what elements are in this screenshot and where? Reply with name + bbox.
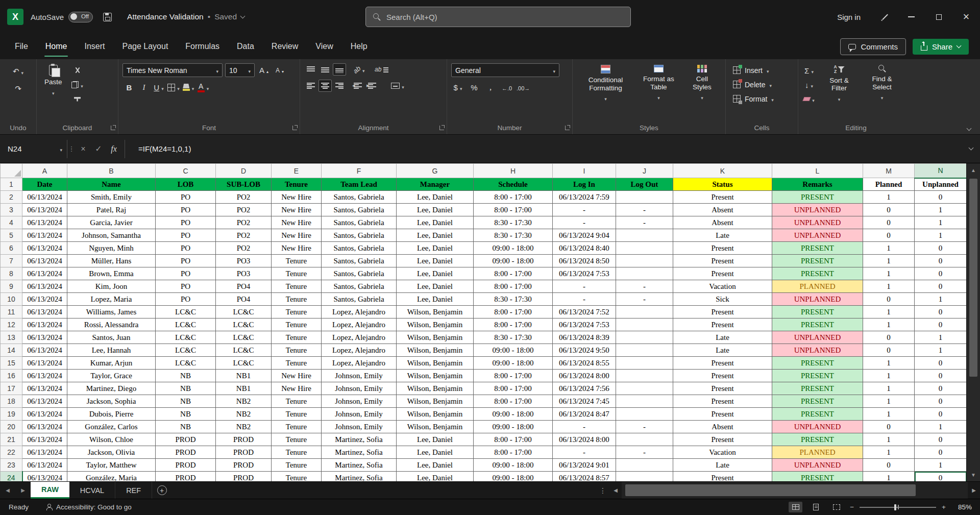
- cell-H6[interactable]: 09:00 - 18:00: [474, 242, 553, 255]
- cell-I4[interactable]: -: [553, 216, 616, 229]
- menu-tab-page-layout[interactable]: Page Layout: [113, 34, 177, 59]
- row-header-8[interactable]: 8: [1, 267, 22, 280]
- cell-L1[interactable]: Remarks: [772, 178, 863, 191]
- cell-E20[interactable]: Tenure: [272, 421, 322, 433]
- cell-N13[interactable]: 1: [915, 331, 967, 344]
- cell-M18[interactable]: 1: [863, 395, 915, 408]
- menu-tab-formulas[interactable]: Formulas: [177, 34, 228, 59]
- undo-button[interactable]: [12, 65, 25, 78]
- underline-button[interactable]: [152, 81, 165, 93]
- cell-F2[interactable]: Santos, Gabriela: [322, 191, 397, 204]
- cell-G13[interactable]: Wilson, Benjamin: [397, 331, 474, 344]
- formula-input[interactable]: =IF(M24=1,0,1): [125, 140, 962, 158]
- cell-H15[interactable]: 09:00 - 18:00: [474, 357, 553, 370]
- cell-B22[interactable]: Jackson, Olivia: [67, 446, 156, 459]
- cell-I5[interactable]: 06/13/2024 9:04: [553, 229, 616, 242]
- cell-B8[interactable]: Brown, Emma: [67, 267, 156, 280]
- enter-button[interactable]: [91, 140, 106, 158]
- cell-N5[interactable]: 1: [915, 229, 967, 242]
- cell-G10[interactable]: Lee, Daniel: [397, 293, 474, 306]
- column-header-D[interactable]: D: [216, 164, 272, 178]
- cell-A18[interactable]: 06/13/2024: [22, 395, 67, 408]
- cell-N19[interactable]: 0: [915, 408, 967, 421]
- cell-D21[interactable]: PROD: [216, 433, 272, 446]
- cell-H20[interactable]: 09:00 - 18:00: [474, 421, 553, 433]
- cell-C15[interactable]: LC&C: [156, 357, 216, 370]
- cell-E3[interactable]: New Hire: [272, 204, 322, 216]
- fill-color-dropdown-icon[interactable]: [192, 83, 194, 92]
- cell-H9[interactable]: 8:00 - 17:00: [474, 280, 553, 293]
- cell-N10[interactable]: 1: [915, 293, 967, 306]
- percent-style-button[interactable]: [468, 81, 481, 93]
- cell-A6[interactable]: 06/13/2024: [22, 242, 67, 255]
- cell-F11[interactable]: Lopez, Alejandro: [322, 306, 397, 318]
- cell-F15[interactable]: Lopez, Alejandro: [322, 357, 397, 370]
- menu-tab-file[interactable]: File: [6, 34, 37, 59]
- row-header-14[interactable]: 14: [1, 344, 22, 357]
- new-sheet-button[interactable]: [152, 482, 172, 499]
- cell-K4[interactable]: Absent: [673, 216, 772, 229]
- cell-D4[interactable]: PO2: [216, 216, 272, 229]
- scroll-left-icon[interactable]: [609, 487, 622, 493]
- cell-L7[interactable]: PRESENT: [772, 255, 863, 267]
- cell-I19[interactable]: 06/13/2024 8:47: [553, 408, 616, 421]
- cell-A22[interactable]: 06/13/2024: [22, 446, 67, 459]
- cell-J10[interactable]: -: [616, 293, 673, 306]
- cell-A11[interactable]: 06/13/2024: [22, 306, 67, 318]
- zoom-in-icon[interactable]: [942, 503, 946, 511]
- name-box[interactable]: N24: [0, 140, 67, 158]
- cell-E16[interactable]: New Hire: [272, 370, 322, 382]
- cell-E4[interactable]: New Hire: [272, 216, 322, 229]
- cell-B20[interactable]: González, Carlos: [67, 421, 156, 433]
- row-header-24[interactable]: 24: [1, 472, 22, 482]
- cell-A15[interactable]: 06/13/2024: [22, 357, 67, 370]
- cell-D19[interactable]: NB2: [216, 408, 272, 421]
- cell-N1[interactable]: Unplanned: [915, 178, 967, 191]
- borders-dropdown-icon[interactable]: [177, 83, 180, 92]
- cell-I6[interactable]: 06/13/2024 8:40: [553, 242, 616, 255]
- cell-H24[interactable]: 09:00 - 18:00: [474, 472, 553, 482]
- cell-J8[interactable]: [616, 267, 673, 280]
- cell-K2[interactable]: Present: [673, 191, 772, 204]
- row-header-22[interactable]: 22: [1, 446, 22, 459]
- column-header-B[interactable]: B: [67, 164, 156, 178]
- copy-dropdown-icon[interactable]: [81, 81, 83, 89]
- cell-E23[interactable]: Tenure: [272, 459, 322, 472]
- cell-D9[interactable]: PO4: [216, 280, 272, 293]
- cell-B9[interactable]: Kim, Joon: [67, 280, 156, 293]
- horizontal-scrollbar[interactable]: [609, 482, 980, 499]
- cell-A8[interactable]: 06/13/2024: [22, 267, 67, 280]
- cell-B10[interactable]: Lopez, Maria: [67, 293, 156, 306]
- formula-bar-handle-icon[interactable]: [67, 145, 76, 153]
- accessibility-status[interactable]: Accessibility: Good to go: [37, 503, 132, 511]
- cell-B3[interactable]: Patel, Raj: [67, 204, 156, 216]
- italic-button[interactable]: [137, 81, 151, 93]
- cell-K11[interactable]: Present: [673, 306, 772, 318]
- cell-G18[interactable]: Wilson, Benjamin: [397, 395, 474, 408]
- column-header-M[interactable]: M: [863, 164, 915, 178]
- number-format-dropdown-icon[interactable]: [553, 66, 555, 75]
- cell-J9[interactable]: -: [616, 280, 673, 293]
- cell-B23[interactable]: Taylor, Matthew: [67, 459, 156, 472]
- increase-font-size-button[interactable]: [257, 64, 271, 77]
- zoom-out-icon[interactable]: [850, 503, 854, 511]
- cell-D23[interactable]: PROD: [216, 459, 272, 472]
- document-title[interactable]: Attendance Validation • Saved: [127, 12, 244, 21]
- cell-C19[interactable]: NB: [156, 408, 216, 421]
- cell-D13[interactable]: LC&C: [216, 331, 272, 344]
- cell-M21[interactable]: 1: [863, 433, 915, 446]
- cell-D22[interactable]: PROD: [216, 446, 272, 459]
- cell-M2[interactable]: 1: [863, 191, 915, 204]
- cell-F1[interactable]: Team Lead: [322, 178, 397, 191]
- cell-K20[interactable]: Absent: [673, 421, 772, 433]
- increase-indent-button[interactable]: [365, 80, 379, 92]
- cell-E8[interactable]: Tenure: [272, 267, 322, 280]
- number-dialog-launcher-icon[interactable]: [565, 126, 570, 130]
- scroll-right-icon[interactable]: [968, 487, 980, 493]
- cell-F16[interactable]: Johnson, Emily: [322, 370, 397, 382]
- cell-J1[interactable]: Log Out: [616, 178, 673, 191]
- page-layout-view-button[interactable]: [809, 502, 823, 512]
- cell-E6[interactable]: New Hire: [272, 242, 322, 255]
- cell-styles-dropdown-icon[interactable]: [701, 93, 703, 102]
- cell-L16[interactable]: PRESENT: [772, 370, 863, 382]
